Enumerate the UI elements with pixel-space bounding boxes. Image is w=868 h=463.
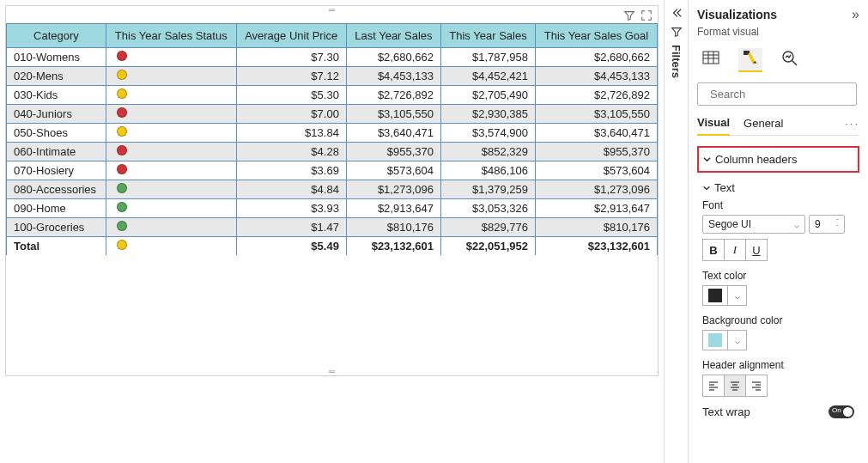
table-cell [106,199,236,218]
italic-button[interactable]: I [724,239,746,261]
table-cell: $4,453,133 [346,67,440,86]
table-cell: $2,680,662 [346,48,440,67]
tabs-more-icon[interactable]: ··· [845,117,859,135]
column-header[interactable]: Last Year Sales [346,24,440,48]
filter-icon[interactable] [623,9,635,21]
table-cell: $955,370 [346,143,440,161]
table-cell: $573,604 [346,161,440,180]
search-input[interactable] [697,82,857,106]
align-label: Header alignment [702,359,859,371]
table-cell: 040-Juniors [7,105,106,124]
focus-mode-icon[interactable] [640,9,653,21]
accordion-text[interactable]: Text [702,181,859,194]
table-cell: $2,913,647 [536,199,658,218]
table-row[interactable]: 060-Intimate$4.28$955,370$852,329$955,37… [7,143,658,161]
table-cell: 050-Shoes [7,124,106,143]
collapse-pane-icon[interactable]: » [852,7,859,22]
svg-rect-0 [703,52,719,64]
table-row[interactable]: 090-Home$3.93$2,913,647$3,053,326$2,913,… [7,199,658,218]
table-cell [106,124,236,143]
text-color-label: Text color [702,270,859,282]
table-cell: 010-Womens [7,48,106,67]
format-visual-icon[interactable] [738,48,762,72]
svg-line-6 [792,61,798,66]
table-row[interactable]: 020-Mens$7.12$4,453,133$4,452,421$4,453,… [7,67,658,86]
text-color-picker[interactable]: ⌵ [702,285,859,306]
table-row[interactable]: 050-Shoes$13.84$3,640,471$3,574,900$3,64… [7,124,658,143]
filters-pane-collapsed[interactable]: Filters [664,0,688,463]
underline-button[interactable]: U [745,239,768,261]
table-cell: $2,930,385 [440,105,535,124]
table-cell [106,48,236,67]
table-row[interactable]: 030-Kids$5.30$2,726,892$2,705,490$2,726,… [7,86,658,105]
bg-color-picker[interactable]: ⌵ [702,330,859,350]
table-cell: $5.30 [236,86,346,105]
table-cell: $7.12 [236,67,346,86]
table-cell: $13.84 [236,124,346,143]
table-cell [106,86,236,105]
table-cell: $3,640,471 [346,124,440,143]
text-wrap-toggle[interactable]: On [829,405,854,418]
table-cell: $1,273,096 [536,180,658,199]
chevron-down-icon [702,155,712,164]
table-visual-frame[interactable]: ═ CategoryThis Year Sales StatusAverage … [5,5,659,376]
table-cell: $2,680,662 [536,48,658,67]
table-cell: 100-Groceries [7,218,106,237]
table-row[interactable]: 070-Hosiery$3.69$573,604$486,106$573,604 [7,161,658,180]
font-label: Font [702,199,859,211]
table-cell: $4.28 [236,143,346,161]
status-indicator-icon [117,202,127,212]
table-cell: $3,640,471 [536,124,658,143]
table-cell: 020-Mens [7,67,106,86]
table-cell: 030-Kids [7,86,106,105]
column-header[interactable]: Average Unit Price [236,24,346,48]
column-header[interactable]: This Year Sales Goal [536,24,658,48]
expand-left-icon[interactable] [671,7,683,19]
table-cell [106,218,236,237]
font-family-select[interactable]: Segoe UI⌵ [702,215,805,234]
bold-button[interactable]: B [702,239,725,261]
pane-subtitle: Format visual [697,26,859,38]
table-cell: $955,370 [536,143,658,161]
resize-handle-bottom[interactable]: ═ [329,367,335,376]
table-cell: $1,273,096 [346,180,440,199]
bg-color-label: Background color [702,314,859,326]
table-cell: $2,726,892 [536,86,658,105]
table-cell: $829,776 [440,218,535,237]
table-cell: 070-Hosiery [7,161,106,180]
table-cell: $573,604 [536,161,658,180]
status-indicator-icon [117,70,127,80]
resize-handle-top[interactable]: ═ [329,5,335,15]
accordion-column-headers[interactable]: Column headers [697,146,859,173]
table-row[interactable]: 100-Groceries$1.47$810,176$829,776$810,1… [7,218,658,237]
font-size-input[interactable]: 9ˆˇ [809,215,845,234]
filters-label: Filters [670,45,683,78]
tab-general[interactable]: General [744,117,783,135]
status-indicator-icon [117,183,127,193]
build-visual-icon[interactable] [699,46,723,70]
table-row[interactable]: Total$5.49$23,132,601$22,051,952$23,132,… [7,237,658,256]
tab-visual[interactable]: Visual [697,116,730,136]
table-cell: 090-Home [7,199,106,218]
table-cell [106,237,236,256]
visualizations-pane: Visualizations » Format visual Visual Ge… [688,0,868,463]
table-cell: $810,176 [536,218,658,237]
chevron-down-icon: ⌵ [728,285,747,306]
table-cell [106,105,236,124]
column-header[interactable]: This Year Sales [440,24,535,48]
align-center-button[interactable] [724,375,746,397]
analytics-icon[interactable] [778,46,802,70]
align-right-button[interactable] [745,375,768,397]
status-indicator-icon [117,88,127,99]
column-header[interactable]: Category [7,24,106,48]
table-cell: $2,726,892 [346,86,440,105]
column-header[interactable]: This Year Sales Status [106,24,236,48]
table-row[interactable]: 040-Juniors$7.00$3,105,550$2,930,385$3,1… [7,105,658,124]
table-cell: $3,105,550 [346,105,440,124]
align-left-button[interactable] [702,375,725,397]
table-cell: $852,329 [440,143,535,161]
table-row[interactable]: 080-Accessories$4.84$1,273,096$1,379,259… [7,180,658,199]
table-row[interactable]: 010-Womens$7.30$2,680,662$1,787,958$2,68… [7,48,658,67]
table-cell [106,67,236,86]
table-cell: Total [7,237,106,256]
